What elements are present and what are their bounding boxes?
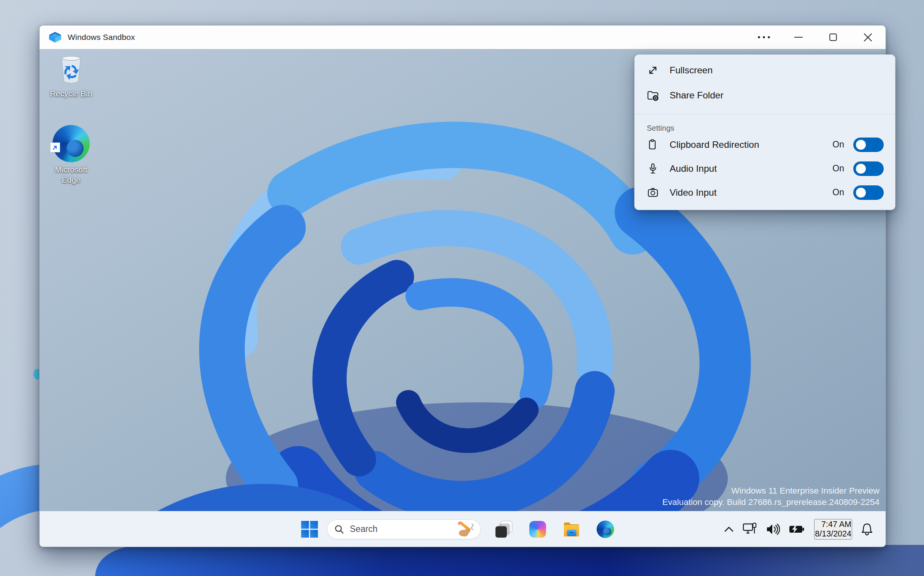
setting-label: Clipboard Redirection — [670, 139, 759, 150]
setting-state: On — [833, 187, 844, 198]
microphone-icon — [647, 163, 659, 175]
menu-item-label: Share Folder — [670, 90, 723, 101]
toggle-knob — [856, 164, 866, 174]
clipboard-redirection-toggle[interactable] — [853, 138, 884, 152]
host-desktop: Windows Sandbox — [0, 0, 924, 576]
window-title: Windows Sandbox — [68, 33, 135, 42]
chevron-up-icon — [724, 526, 733, 532]
watermark-line1: Windows 11 Enterprise Insider Preview — [663, 485, 879, 497]
build-watermark: Windows 11 Enterprise Insider Preview Ev… — [663, 485, 879, 508]
taskbar-search-box[interactable]: Search — [327, 519, 481, 539]
tray-overflow-chevron[interactable] — [724, 526, 733, 532]
setting-label: Audio Input — [670, 163, 717, 174]
recycle-bin-icon — [55, 54, 87, 86]
setting-state: On — [833, 163, 844, 174]
desktop-icon-label: Microsoft Edge — [48, 165, 94, 185]
windows-start-icon — [301, 521, 318, 538]
close-icon — [864, 34, 872, 42]
menu-item-label: Fullscreen — [670, 65, 712, 75]
task-view-icon — [495, 520, 513, 538]
more-options-button[interactable] — [753, 26, 775, 49]
maximize-icon — [829, 34, 837, 41]
setting-row-clipboard-redirection: Clipboard Redirection On — [635, 133, 895, 157]
shortcut-arrow-badge — [50, 142, 60, 152]
file-explorer-icon — [562, 520, 581, 538]
menu-item-share-folder[interactable]: Share Folder — [635, 83, 895, 108]
volume-tray-button[interactable] — [766, 523, 780, 535]
audio-input-toggle[interactable] — [853, 162, 884, 176]
ellipsis-icon — [757, 36, 770, 39]
start-button[interactable] — [300, 520, 319, 538]
toggle-knob — [856, 188, 866, 198]
network-tray-button[interactable] — [743, 523, 757, 536]
task-view-button[interactable] — [493, 518, 515, 541]
setting-row-video-input: Video Input On — [635, 181, 895, 205]
window-controls — [740, 26, 886, 49]
video-input-toggle[interactable] — [853, 186, 884, 200]
system-tray: 7:47 AM 8/13/2024 — [715, 511, 873, 547]
setting-state: On — [833, 139, 844, 150]
taskbar-center-cluster: Search — [300, 511, 616, 547]
search-highlight-writing-hand-icon — [457, 521, 476, 538]
desktop-icon-microsoft-edge[interactable]: Microsoft Edge — [47, 125, 96, 185]
battery-tray-button[interactable] — [789, 525, 804, 533]
minimize-icon — [794, 37, 803, 38]
watermark-line2: Evaluation copy. Build 27686.rs_prerelea… — [663, 497, 879, 508]
setting-label: Video Input — [670, 187, 717, 198]
volume-icon — [766, 523, 780, 535]
maximize-button[interactable] — [822, 26, 844, 49]
file-explorer-button[interactable] — [561, 518, 582, 541]
desktop-icon-label: Recycle Bin — [47, 88, 96, 99]
search-placeholder: Search — [350, 524, 378, 534]
share-folder-icon — [647, 89, 659, 101]
toggle-knob — [856, 140, 866, 150]
battery-charging-icon — [789, 525, 804, 533]
setting-row-audio-input: Audio Input On — [635, 157, 895, 181]
settings-section-label: Settings — [635, 114, 895, 133]
fullscreen-icon — [647, 64, 659, 76]
copilot-button[interactable] — [527, 518, 548, 541]
taskbar: Search — [40, 511, 886, 547]
edge-taskbar-icon — [597, 520, 614, 538]
menu-item-fullscreen[interactable]: Fullscreen — [635, 58, 895, 83]
desktop-icon-recycle-bin[interactable]: Recycle Bin — [47, 54, 96, 99]
shortcut-arrow-icon — [52, 144, 58, 150]
copilot-icon — [529, 521, 546, 538]
tray-time: 7:47 AM — [815, 520, 851, 529]
edge-taskbar-button[interactable] — [595, 518, 616, 541]
notification-bell-button[interactable] — [861, 523, 873, 536]
sandbox-options-flyout: Fullscreen Share Folder Settings Clipboa… — [634, 54, 895, 210]
clock-tray-button[interactable]: 7:47 AM 8/13/2024 — [814, 519, 852, 539]
network-icon — [743, 523, 757, 536]
titlebar: Windows Sandbox — [40, 26, 886, 49]
camera-icon — [647, 187, 659, 199]
close-button[interactable] — [857, 26, 879, 49]
minimize-button[interactable] — [788, 26, 810, 49]
bell-icon — [861, 523, 873, 536]
clipboard-icon — [647, 139, 659, 151]
search-icon — [334, 524, 344, 534]
windows-sandbox-icon — [49, 31, 62, 43]
tray-date: 8/13/2024 — [815, 529, 851, 539]
